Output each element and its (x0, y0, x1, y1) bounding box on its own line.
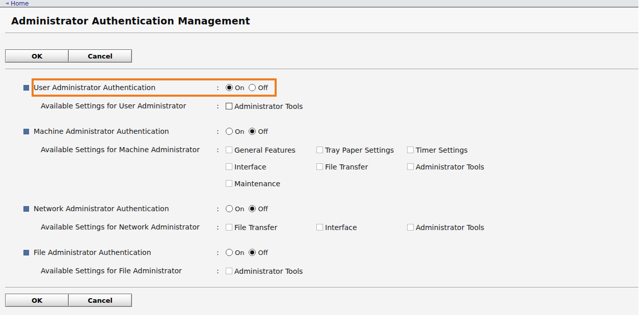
radio-off[interactable] (249, 205, 256, 212)
options-row: InterfaceFile TransferAdministrator Tool… (226, 158, 498, 175)
divider-under-buttons (5, 69, 638, 70)
cancel-button-bottom[interactable]: Cancel (68, 294, 132, 307)
auth-setting-row: Machine Administrator Authentication : O… (32, 122, 277, 140)
option-timer-settings: Timer Settings (407, 146, 498, 154)
radio-on[interactable] (226, 249, 233, 256)
colon: : (217, 141, 226, 158)
divider-above-bottom-buttons (5, 287, 638, 288)
radio-item-on: On (226, 249, 244, 256)
on-off-radio-group: On Off (226, 84, 268, 92)
options-row: Administrator Tools (226, 263, 316, 279)
section-bullet-icon (23, 129, 29, 134)
section-user-administrator-authentication: User Administrator Authentication : On O… (0, 78, 638, 114)
radio-item-off: Off (249, 205, 267, 213)
page-title: Administrator Authentication Management (11, 15, 638, 26)
breadcrumb-bar: ◄ Home (0, 0, 638, 8)
checkbox-label: File Transfer (234, 223, 277, 232)
option-interface: Interface (226, 163, 316, 171)
section-bullet-icon (23, 250, 29, 255)
options-row: Maintenance (226, 175, 498, 192)
checkbox-administrator-tools[interactable] (226, 103, 232, 109)
section-machine-administrator-authentication: Machine Administrator Authentication : O… (0, 122, 638, 192)
checkbox-label: Interface (325, 223, 357, 232)
available-settings-label: Available Settings for Machine Administr… (41, 141, 217, 158)
divider-under-title (5, 33, 638, 34)
checkbox-label: Administrator Tools (416, 223, 484, 232)
section-network-administrator-authentication: Network Administrator Authentication : O… (0, 199, 638, 236)
radio-off[interactable] (249, 84, 256, 91)
checkbox-administrator-tools (407, 224, 414, 231)
ok-button-bottom[interactable]: OK (5, 294, 69, 307)
checkbox-file-transfer (226, 224, 232, 231)
auth-row: Network Administrator Authentication : O… (0, 199, 638, 218)
colon: : (217, 127, 226, 135)
radio-off[interactable] (249, 249, 256, 256)
colon: : (217, 205, 226, 213)
checkbox-label: Tray Paper Settings (325, 146, 394, 154)
available-settings-row: Available Settings for File Administrato… (0, 263, 638, 279)
checkbox-label: Administrator Tools (416, 163, 484, 171)
checkbox-label: File Transfer (325, 163, 368, 171)
checkbox-general-features (226, 147, 232, 153)
radio-on-label: On (235, 84, 244, 92)
available-settings-label: Available Settings for Network Administr… (41, 219, 217, 236)
on-off-radio-group: On Off (226, 128, 268, 135)
available-settings-row: Available Settings for Network Administr… (0, 219, 638, 236)
settings-options: Administrator Tools (226, 98, 316, 114)
option-administrator-tools: Administrator Tools (407, 223, 498, 232)
settings-options: General FeaturesTray Paper SettingsTimer… (226, 141, 498, 192)
top-button-bar: OK Cancel (5, 49, 638, 63)
checkbox-label: Interface (234, 163, 266, 171)
section-bullet-icon (23, 85, 29, 91)
checkbox-maintenance (226, 180, 232, 187)
colon: : (217, 83, 226, 92)
options-row: File TransferInterfaceAdministrator Tool… (226, 219, 498, 236)
home-link-label: Home (11, 0, 29, 7)
option-administrator-tools: Administrator Tools (407, 163, 498, 171)
checkbox-interface (316, 224, 323, 231)
ok-button-top[interactable]: OK (5, 49, 69, 63)
auth-setting-row: User Administrator Authentication : On O… (32, 78, 277, 97)
radio-on[interactable] (226, 84, 233, 91)
radio-off[interactable] (249, 128, 256, 135)
auth-row: File Administrator Authentication : On O… (0, 243, 638, 262)
radio-on-label: On (235, 249, 244, 256)
radio-off-label: Off (258, 84, 267, 92)
home-link[interactable]: ◄ Home (5, 0, 29, 7)
radio-item-on: On (226, 205, 244, 213)
radio-item-off: Off (249, 84, 267, 92)
auth-setting-row: Network Administrator Authentication : O… (32, 199, 277, 218)
radio-off-label: Off (258, 249, 267, 256)
auth-setting-row: File Administrator Authentication : On O… (32, 243, 277, 262)
radio-item-on: On (226, 128, 244, 135)
radio-item-off: Off (249, 128, 267, 135)
cancel-button-top[interactable]: Cancel (68, 49, 132, 63)
radio-item-off: Off (249, 249, 267, 256)
radio-off-label: Off (258, 205, 267, 213)
colon: : (217, 219, 226, 236)
radio-on[interactable] (226, 205, 233, 212)
on-off-radio-group: On Off (226, 205, 268, 213)
checkbox-administrator-tools (226, 268, 232, 274)
option-administrator-tools: Administrator Tools (226, 267, 316, 275)
checkbox-label: Administrator Tools (234, 102, 303, 110)
checkbox-label: Timer Settings (416, 146, 468, 154)
auth-row: User Administrator Authentication : On O… (0, 78, 638, 97)
available-settings-label: Available Settings for File Administrato… (41, 263, 217, 279)
options-row: General FeaturesTray Paper SettingsTimer… (226, 141, 498, 158)
available-settings-label: Available Settings for User Administrato… (41, 98, 217, 114)
checkbox-file-transfer (316, 163, 323, 170)
settings-options: File TransferInterfaceAdministrator Tool… (226, 219, 498, 236)
radio-on-label: On (235, 128, 244, 135)
radio-on[interactable] (226, 128, 233, 135)
checkbox-interface (226, 163, 232, 170)
checkbox-administrator-tools (407, 163, 414, 170)
auth-label: User Administrator Authentication (34, 83, 217, 92)
checkbox-label: Administrator Tools (234, 267, 303, 275)
option-interface: Interface (316, 223, 407, 232)
bottom-button-bar: OK Cancel (5, 294, 638, 307)
colon: : (217, 248, 226, 256)
radio-item-on: On (226, 84, 244, 92)
page: ◄ Home Administrator Authentication Mana… (0, 0, 638, 315)
checkbox-label: General Features (234, 146, 296, 154)
